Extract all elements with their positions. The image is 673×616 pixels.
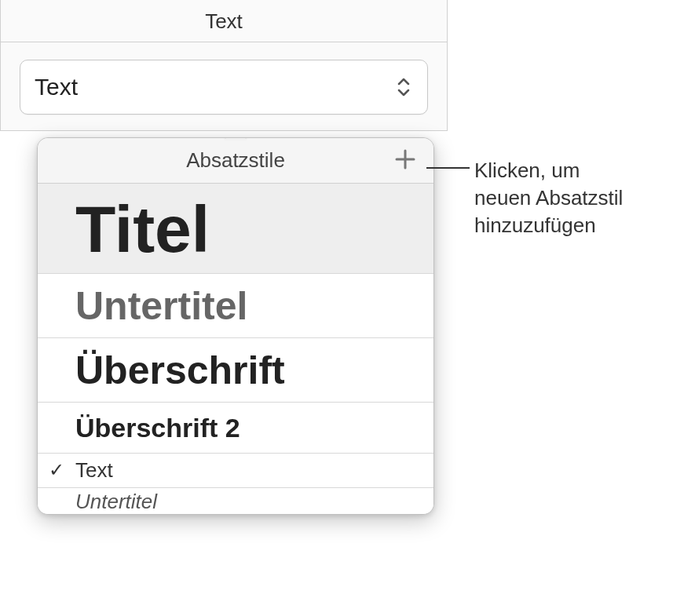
callout-line3: hinzuzufügen [474,212,623,239]
style-item-uberschrift[interactable]: Überschrift [38,338,433,403]
tab-label: Text [205,9,243,33]
style-label: Überschrift [75,349,285,392]
callout-line2: neuen Absatzstil [474,184,623,212]
style-item-text[interactable]: ✓ Text [38,454,433,488]
style-item-untertitel[interactable]: Untertitel [38,274,433,338]
popover-arrow [225,137,247,140]
format-sidebar: Text Text Absatzstile [0,0,448,131]
style-item-untertitel2[interactable]: Untertitel [38,488,433,514]
selector-current-value: Text [35,74,78,100]
tab-text[interactable]: Text [1,0,447,42]
style-label: Untertitel [75,285,247,328]
style-label: Text [75,458,113,483]
style-label: Untertitel [75,490,157,514]
checkmark-icon: ✓ [49,459,64,481]
popover-title: Absatzstile [186,148,285,173]
style-label: Titel [75,195,210,264]
paragraph-styles-popover: Absatzstile Titel Untertitel Überschrift [37,137,434,515]
plus-icon [394,148,416,173]
style-selector-container: Text [1,42,447,130]
popover-header: Absatzstile [38,138,433,184]
add-style-button[interactable] [391,147,419,175]
chevron-up-down-icon [397,78,410,97]
style-label: Überschrift 2 [75,414,240,443]
callout-line1: Klicken, um [474,157,623,184]
callout-text: Klicken, um neuen Absatzstil hinzuzufüge… [474,157,623,239]
style-item-titel[interactable]: Titel [38,184,433,274]
style-list: Titel Untertitel Überschrift Überschrift… [38,184,433,514]
callout-leader-line [426,167,470,169]
paragraph-style-selector[interactable]: Text [20,60,428,115]
style-item-uberschrift2[interactable]: Überschrift 2 [38,403,433,453]
